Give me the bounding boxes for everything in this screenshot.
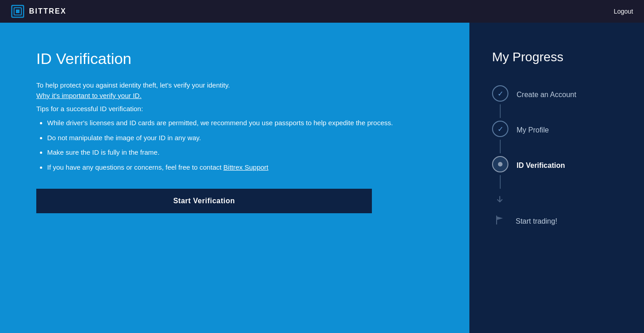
- step-id-verification: ID Verification: [492, 153, 621, 175]
- logo-text: BITTREX: [29, 7, 66, 15]
- step-create-account: ✓ Create an Account: [492, 83, 621, 104]
- tip-item-3: Make sure the ID is fully in the frame.: [47, 147, 433, 158]
- tip-item-1: While driver's licenses and ID cards are…: [47, 118, 433, 128]
- step-my-profile: ✓ My Profile: [492, 118, 621, 140]
- svg-rect-2: [16, 10, 20, 13]
- tips-list: While driver's licenses and ID cards are…: [36, 118, 433, 172]
- progress-title: My Progress: [492, 50, 621, 64]
- step-2-icon: ✓: [492, 121, 508, 137]
- checkmark-icon-2: ✓: [498, 125, 503, 133]
- step-1-icon: ✓: [492, 85, 508, 102]
- step-4-label: Start trading!: [516, 215, 557, 225]
- left-panel: ID Verification To help protect you agai…: [0, 23, 469, 333]
- page-title: ID Verification: [36, 50, 433, 68]
- main-content: ID Verification To help protect you agai…: [0, 23, 644, 333]
- bittrex-logo-icon: [11, 5, 24, 18]
- logout-button[interactable]: Logout: [614, 8, 633, 15]
- logo-area: BITTREX: [11, 5, 66, 18]
- step-arrow-row: [492, 189, 621, 210]
- start-verification-button[interactable]: Start Verification: [36, 189, 372, 213]
- intro-text: To help protect you against identity the…: [36, 81, 433, 89]
- checkmark-icon-1: ✓: [498, 89, 503, 98]
- tip-item-2: Do not manipulate the image of your ID i…: [47, 133, 433, 143]
- right-panel: My Progress ✓ Create an Account ✓ My Pro…: [469, 23, 644, 333]
- connector-1-2: [500, 104, 501, 118]
- support-link[interactable]: Bittrex Support: [224, 163, 268, 171]
- progress-steps: ✓ Create an Account ✓ My Profile: [492, 83, 621, 230]
- header: BITTREX Logout: [0, 0, 644, 23]
- why-verify-link[interactable]: Why it's important to verify your ID.: [36, 92, 433, 99]
- step-3-icon: [492, 156, 508, 172]
- connector-3-4: [500, 175, 501, 189]
- step-2-label: My Profile: [517, 123, 549, 134]
- step-3-label: ID Verification: [517, 159, 565, 170]
- arrow-down-icon: [492, 191, 507, 207]
- connector-2-3: [500, 140, 501, 153]
- tip-item-4: If you have any questions or concerns, f…: [47, 162, 433, 173]
- step-4-icon: [492, 212, 507, 228]
- step-start-trading: Start trading!: [492, 210, 621, 230]
- svg-point-3: [498, 162, 503, 166]
- tip-item-4-text: If you have any questions or concerns, f…: [47, 163, 221, 171]
- step-1-label: Create an Account: [517, 88, 576, 99]
- flag-icon: [495, 215, 505, 225]
- tips-heading: Tips for a successful ID verification:: [36, 105, 433, 113]
- active-circle-icon: [497, 161, 504, 168]
